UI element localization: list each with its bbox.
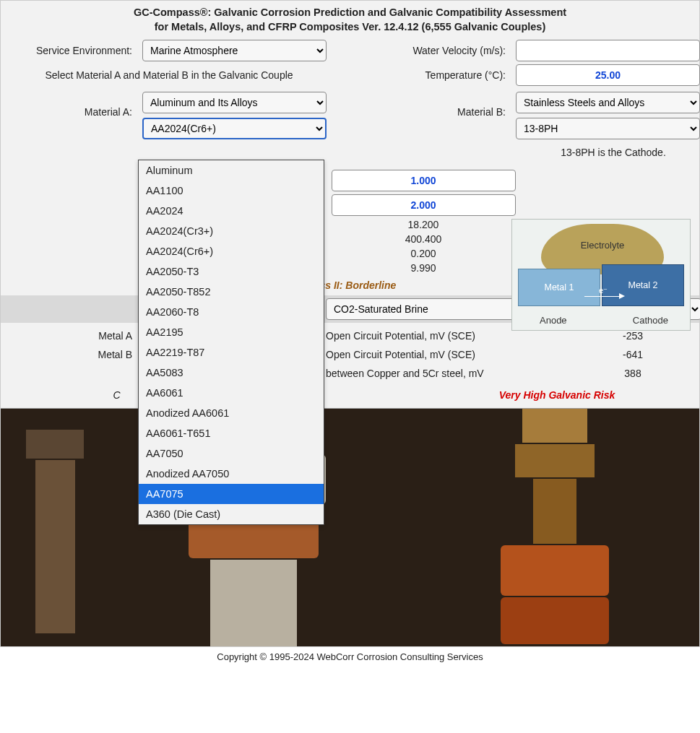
temperature-label: Temperature (°C): — [334, 69, 511, 81]
value-1: 18.200 — [326, 219, 521, 230]
anode-label: Anode — [540, 315, 567, 326]
service-env-label: Service Environment: — [8, 45, 138, 56]
material-a-group-select[interactable]: Aluminum and Its Alloys — [142, 92, 327, 113]
alloy-option[interactable]: AA6061 — [139, 383, 324, 403]
value-2: 400.400 — [326, 233, 521, 245]
exposed-area-b-input[interactable] — [332, 194, 516, 216]
material-b-alloy-select[interactable]: 13-8PH — [516, 118, 700, 139]
alloy-option[interactable]: AA2050-T852 — [139, 282, 324, 302]
pre-2-value: 9.990 — [326, 262, 521, 274]
metal-2-block: Metal 2 — [602, 264, 684, 306]
alloy-option[interactable]: Aluminum — [139, 160, 324, 181]
metal-1-block: Metal 1 — [518, 269, 600, 306]
pre-1-value: 0.200 — [326, 248, 521, 259]
cathode-note: 13-8PH is the Cathode. — [516, 144, 700, 161]
ocp-diff-desc: between Copper and 5Cr steel, mV — [326, 368, 579, 379]
ocp-a-desc: Open Circuit Potential, mV (SCE) — [326, 330, 579, 342]
velocity-label: Water Velocity (m/s): — [334, 45, 511, 56]
alloy-option[interactable]: AA2050-T3 — [139, 261, 324, 282]
alloy-option[interactable]: Anodized AA6061 — [139, 403, 324, 423]
electron-arrow — [584, 296, 621, 297]
material-b-label: Material B: — [334, 92, 511, 118]
ocp-metal-a-label: Metal A — [8, 330, 138, 342]
temperature-input[interactable] — [516, 64, 700, 86]
alloy-option[interactable]: AA6061-T651 — [139, 423, 324, 443]
service-env-select[interactable]: Marine Atmosphere — [142, 40, 327, 61]
ocp-b-value: -641 — [579, 349, 687, 360]
ocp-metal-b-label: Metal B — [8, 349, 138, 360]
alloy-option[interactable]: AA2024(Cr6+) — [139, 241, 324, 261]
exposed-area-a-input[interactable] — [332, 170, 516, 191]
title-line-1: GC-Compass®: Galvanic Corrosion Predicti… — [1, 6, 699, 18]
corrosion-photo — [1, 408, 699, 646]
alloy-option[interactable]: AA2024 — [139, 201, 324, 221]
material-b-group-select[interactable]: Stainless Steels and Alloys — [516, 92, 700, 113]
material-a-alloy-dropdown-list[interactable]: AluminumAA1100AA2024AA2024(Cr3+)AA2024(C… — [138, 160, 324, 525]
copyright-footer: Copyright © 1995-2024 WebCorr Corrosion … — [0, 647, 700, 667]
ocp-b-desc: Open Circuit Potential, mV (SCE) — [326, 349, 579, 360]
alloy-option[interactable]: AA2219-T87 — [139, 342, 324, 363]
cathode-label: Cathode — [633, 315, 668, 326]
ocp-a-value: -253 — [579, 330, 687, 342]
electron-symbol: e⁻ — [599, 286, 608, 295]
select-materials-note: Select Material A and Material B in the … — [8, 65, 330, 85]
alloy-option[interactable]: AA5083 — [139, 363, 324, 383]
alloy-option[interactable]: AA2060-T8 — [139, 302, 324, 322]
title-line-2: for Metals, Alloys, and CFRP Composites … — [1, 21, 699, 32]
alloy-option[interactable]: A360 (Die Cast) — [139, 504, 324, 524]
alloy-option[interactable]: AA7075 — [139, 484, 324, 504]
ocp-diff-value: 388 — [579, 368, 687, 379]
electrolyte-label: Electrolyte — [541, 240, 664, 251]
alloy-option[interactable]: Anodized AA7050 — [139, 464, 324, 484]
galvanic-risk-level: Very High Galvanic Risk — [412, 389, 700, 401]
velocity-input[interactable] — [516, 40, 700, 61]
galvanic-cell-diagram: Electrolyte Metal 1 Metal 2 e⁻ Anode Cat… — [511, 219, 691, 331]
alloy-option[interactable]: AA7050 — [139, 443, 324, 464]
alloy-option[interactable]: AA2024(Cr3+) — [139, 221, 324, 241]
alloy-option[interactable]: AA1100 — [139, 181, 324, 201]
app-header: GC-Compass®: Galvanic Corrosion Predicti… — [1, 1, 699, 37]
alloy-option[interactable]: AA2195 — [139, 322, 324, 342]
material-a-alloy-select[interactable]: AA2024(Cr6+) — [142, 118, 327, 139]
material-a-label: Material A: — [8, 92, 138, 118]
